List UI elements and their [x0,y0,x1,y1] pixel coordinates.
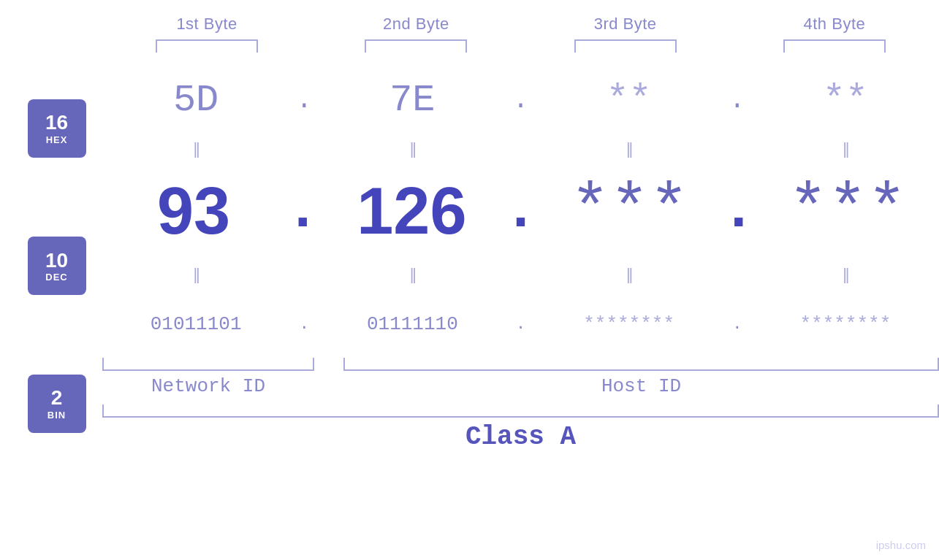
byte2-header: 2nd Byte [311,15,520,34]
byte1-header: 1st Byte [102,15,311,34]
bin-masked-4: ******** [799,313,891,335]
dec-masked-4: *** [788,174,907,248]
dec-badge-num: 10 [45,250,68,272]
dec-value-2: 126 [357,174,466,249]
watermark: ipshu.com [876,539,926,551]
eq-7: || [536,265,723,284]
class-label-area: Class A [102,422,939,452]
class-bracket-area [102,404,939,418]
hex-cell-2: 7E [319,79,506,122]
hex-masked-4: ** [823,79,868,122]
top-brackets [0,39,939,53]
dec-value-1: 93 [157,174,230,249]
eq-1: || [102,139,289,158]
dec-badge-label: DEC [45,272,67,283]
bin-badge: 2 BIN [28,375,86,433]
top-bracket-2 [365,39,467,53]
host-id-label-cell: Host ID [343,375,939,397]
hex-badge-label: HEX [46,134,68,145]
dec-masked-3: *** [571,174,689,248]
bracket-group-4 [730,39,939,53]
dec-cell-1: 93 [102,174,285,249]
hex-cell-1: 5D [102,79,289,122]
network-id-bracket-area [102,358,314,371]
hex-dot-1: . [289,85,319,115]
host-id-label: Host ID [601,375,681,397]
hex-row: 5D . 7E . ** . ** [102,67,939,133]
hex-badge: 16 HEX [28,99,86,158]
byte4-header: 4th Byte [730,15,939,34]
bin-badge-label: BIN [47,410,66,421]
top-bracket-4 [783,39,886,53]
bin-dot-1: . [289,315,319,334]
top-bracket-1 [156,39,258,53]
host-id-bracket-area [343,358,939,371]
label-gap [314,375,343,397]
top-bracket-3 [574,39,677,53]
bottom-bracket-row [102,358,939,371]
bin-cell-2: 01111110 [319,313,506,335]
bin-row: 01011101 . 01111110 . ******** . [102,295,939,353]
host-id-bracket [343,358,939,371]
dec-badge: 10 DEC [28,237,86,295]
bracket-group-2 [311,39,520,53]
dec-dot-2: . [503,182,538,240]
bin-value-2: 01111110 [367,313,458,335]
equals-row-2: || || || || [102,260,939,289]
eq-6: || [319,265,506,284]
hex-value-1: 5D [173,79,218,122]
eq-2: || [319,139,506,158]
class-bracket [102,404,939,418]
bin-dot-3: . [723,315,752,334]
bin-value-1: 01011101 [151,313,242,335]
network-id-bracket [102,358,314,371]
data-area: 5D . 7E . ** . ** [102,60,939,560]
id-labels-row: Network ID Host ID [102,375,939,397]
hex-dot-2: . [506,85,536,115]
network-id-label: Network ID [151,375,265,397]
dec-cell-4: *** [756,174,939,248]
class-label: Class A [465,422,576,452]
hex-cell-4: ** [752,79,939,122]
bracket-group-3 [521,39,730,53]
hex-dot-3: . [723,85,752,115]
equals-row-1: || || || || [102,134,939,164]
dec-cell-2: 126 [320,174,503,249]
hex-badge-num: 16 [45,112,68,134]
eq-3: || [536,139,723,158]
bin-masked-3: ******** [583,313,674,335]
hex-masked-3: ** [606,79,651,122]
main-area: 16 HEX 10 DEC 2 BIN 5D . [0,60,939,560]
byte3-header: 3rd Byte [521,15,730,34]
eq-4: || [752,139,939,158]
hex-value-2: 7E [389,79,435,122]
bracket-group-1 [102,39,311,53]
eq-5: || [102,265,289,284]
dec-dot-3: . [721,182,756,240]
bin-badge-num: 2 [51,387,63,410]
dec-cell-3: *** [539,174,721,248]
main-container: 1st Byte 2nd Byte 3rd Byte 4th Byte 16 H… [0,0,939,560]
byte-headers: 1st Byte 2nd Byte 3rd Byte 4th Byte [0,0,939,34]
dec-row: 93 . 126 . *** . *** [102,164,939,258]
hex-cell-3: ** [536,79,723,122]
badges-column: 16 HEX 10 DEC 2 BIN [11,60,102,560]
eq-8: || [752,265,939,284]
bin-cell-1: 01011101 [102,313,289,335]
bin-cell-3: ******** [536,313,723,335]
bin-dot-2: . [506,315,536,334]
bin-cell-4: ******** [752,313,939,335]
network-id-label-cell: Network ID [102,375,314,397]
dec-dot-1: . [285,182,320,240]
